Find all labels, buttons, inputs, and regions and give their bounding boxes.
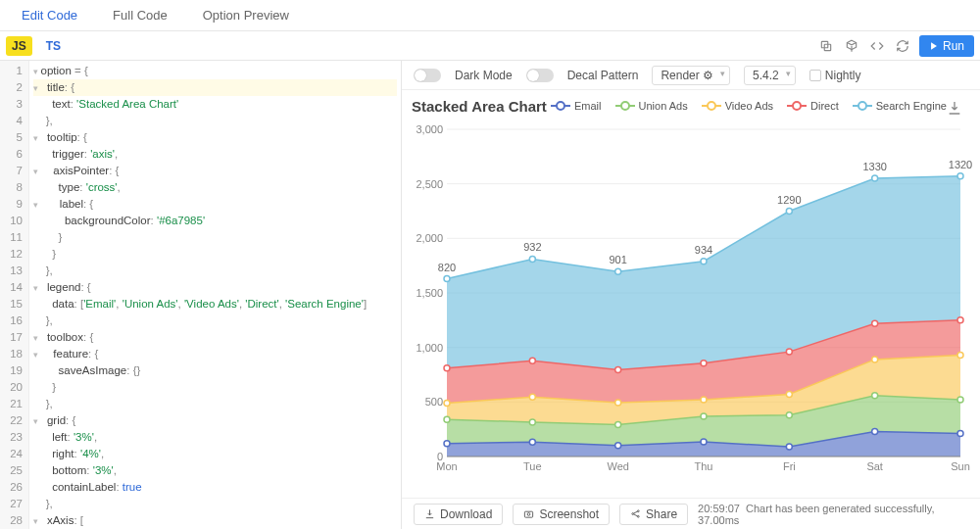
y-tick-label: 1,000 (416, 342, 443, 354)
tab-full-code[interactable]: Full Code (95, 0, 185, 30)
svg-point-56 (528, 513, 531, 516)
copy-icon[interactable] (815, 35, 837, 57)
svg-point-47 (444, 276, 450, 282)
svg-point-25 (957, 431, 963, 437)
run-button[interactable]: Run (919, 35, 974, 57)
nightly-label: Nightly (825, 69, 861, 82)
lang-ts-button[interactable]: TS (40, 36, 67, 56)
renderer-label: Render ⚙ (661, 69, 713, 82)
data-label: 932 (523, 241, 541, 253)
svg-point-59 (637, 515, 639, 517)
svg-rect-55 (525, 511, 533, 517)
y-tick-label: 500 (425, 396, 443, 408)
svg-point-50 (701, 259, 707, 264)
legend-item[interactable]: Direct (787, 100, 839, 112)
svg-point-41 (529, 358, 535, 363)
svg-point-37 (786, 392, 792, 398)
svg-point-57 (632, 513, 634, 515)
legend-item[interactable]: Search Engine (853, 100, 947, 112)
legend-item[interactable]: Email (551, 100, 602, 112)
svg-point-21 (615, 443, 621, 449)
x-tick-label: Wed (607, 460, 628, 472)
svg-point-9 (793, 102, 801, 110)
svg-point-23 (786, 444, 792, 450)
screenshot-button[interactable]: Screenshot (513, 504, 610, 525)
svg-point-31 (872, 393, 878, 399)
dark-mode-toggle[interactable] (414, 69, 441, 82)
svg-point-32 (957, 397, 963, 403)
download-icon[interactable] (947, 100, 962, 119)
svg-point-28 (615, 421, 621, 427)
svg-point-7 (708, 102, 715, 110)
y-tick-label: 2,000 (416, 232, 443, 244)
svg-point-19 (444, 441, 450, 447)
svg-point-58 (637, 510, 639, 512)
x-tick-label: Tue (523, 460, 542, 472)
tab-edit-code[interactable]: Edit Code (4, 0, 95, 30)
version-select[interactable]: 5.4.2 (744, 66, 796, 85)
svg-point-51 (786, 209, 792, 215)
download-button[interactable]: Download (414, 504, 503, 525)
decal-label: Decal Pattern (567, 69, 639, 82)
tab-label: Edit Code (22, 8, 77, 23)
version-label: 5.4.2 (753, 69, 779, 82)
y-tick-label: 2,500 (416, 178, 443, 190)
svg-point-29 (701, 413, 707, 419)
code-icon[interactable] (866, 35, 888, 57)
svg-point-35 (615, 400, 621, 406)
svg-point-33 (444, 400, 450, 406)
data-label: 1320 (949, 159, 972, 170)
status-text: 20:59:07 Chart has been generated succes… (698, 503, 968, 526)
chart-title: Stacked Area Chart (412, 98, 547, 115)
svg-point-40 (444, 365, 450, 371)
svg-point-39 (957, 352, 963, 358)
svg-point-36 (701, 397, 707, 403)
cube-icon[interactable] (841, 35, 862, 57)
run-label: Run (943, 39, 964, 53)
svg-point-20 (529, 439, 535, 445)
lang-js-button[interactable]: JS (6, 36, 32, 56)
x-tick-label: Sat (866, 460, 883, 472)
share-label: Share (646, 507, 677, 521)
x-tick-label: Mon (436, 460, 457, 472)
refresh-icon[interactable] (892, 35, 913, 57)
x-tick-label: Thu (695, 460, 713, 472)
svg-point-42 (615, 367, 621, 373)
svg-point-38 (872, 357, 878, 362)
svg-point-45 (872, 320, 878, 326)
svg-point-11 (858, 102, 866, 110)
svg-point-27 (529, 419, 535, 425)
decal-toggle[interactable] (526, 69, 554, 82)
x-tick-label: Fri (783, 460, 796, 472)
svg-point-30 (786, 412, 792, 418)
stacked-area-chart[interactable]: 05001,0001,5002,0002,5003,000MonTueWedTh… (447, 129, 960, 457)
y-tick-label: 1,500 (416, 287, 443, 299)
svg-point-53 (957, 173, 963, 179)
y-tick-label: 3,000 (416, 123, 443, 135)
svg-point-46 (957, 317, 963, 323)
legend-item[interactable]: Video Ads (702, 100, 773, 112)
code-editor[interactable]: 1234567891011121314151617181920212223242… (0, 61, 402, 529)
data-label: 901 (609, 254, 626, 265)
tab-label: Option Preview (203, 8, 289, 23)
data-label: 934 (695, 244, 712, 256)
nightly-checkbox[interactable]: Nightly (809, 69, 861, 82)
screenshot-label: Screenshot (539, 507, 599, 521)
svg-point-5 (621, 102, 629, 110)
svg-point-24 (872, 428, 878, 434)
svg-point-49 (615, 268, 621, 274)
data-label: 820 (438, 262, 456, 273)
legend-item[interactable]: Union Ads (615, 100, 688, 112)
x-tick-label: Sun (951, 460, 970, 472)
svg-point-22 (701, 439, 707, 445)
dark-mode-label: Dark Mode (455, 69, 513, 82)
share-button[interactable]: Share (619, 504, 688, 525)
download-label: Download (440, 507, 492, 521)
tab-label: Full Code (113, 8, 168, 23)
tab-option-preview[interactable]: Option Preview (185, 0, 307, 30)
svg-point-34 (529, 394, 535, 400)
svg-point-3 (557, 102, 564, 110)
svg-point-52 (872, 175, 878, 181)
svg-point-48 (529, 256, 535, 262)
renderer-select[interactable]: Render ⚙ (652, 66, 730, 85)
